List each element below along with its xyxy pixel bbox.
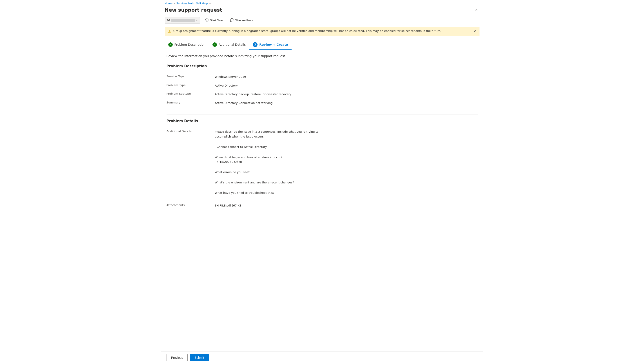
step2-label: Additional Details	[218, 43, 246, 46]
submit-button[interactable]: Submit	[190, 354, 209, 361]
start-over-label: Start Over	[210, 19, 223, 22]
step3-label: Review + Create	[259, 43, 288, 46]
svg-rect-1	[169, 19, 170, 20]
breadcrumb: Home > Services Hub | Self Help >	[161, 0, 483, 6]
section-divider	[166, 114, 478, 114]
org-selector[interactable]: ⌄	[165, 17, 200, 24]
step-review-create[interactable]: 3 Review + Create	[249, 40, 291, 50]
detail-line1: Please describe the issue in 2-3 sentenc…	[215, 130, 478, 134]
breadcrumb-sep-1: >	[173, 2, 175, 5]
additional-details-label: Additional Details	[166, 130, 215, 133]
problem-description-table: Service Type Windows Server 2019 Problem…	[166, 72, 478, 107]
main-content: Review the information you provided befo…	[161, 50, 483, 351]
detail-line8	[215, 166, 478, 170]
detail-line4: - Cannot connect to Active Directory	[215, 145, 478, 149]
detail-line13: What have you tried to troubleshoot this…	[215, 191, 478, 195]
problem-details-table: Additional Details Please describe the i…	[166, 128, 478, 210]
step1-label: Problem Description	[174, 43, 206, 46]
alert-banner: ⚠ Group assignment feature is currently …	[165, 27, 480, 36]
start-over-button[interactable]: Start Over	[204, 17, 225, 23]
detail-line5	[215, 151, 478, 155]
step-additional-details[interactable]: ✓ Additional Details	[209, 41, 249, 50]
detail-line6: When did it begin and how often does it …	[215, 155, 478, 160]
toolbar: ⌄ Start Over Give feedback	[161, 16, 483, 25]
chevron-down-icon: ⌄	[196, 19, 198, 22]
summary-label: Summary	[166, 101, 215, 104]
problem-subtype-value: Active Directory backup, restore, or dis…	[215, 92, 478, 96]
title-bar: New support request ... ×	[161, 6, 483, 16]
svg-point-7	[231, 20, 231, 20]
table-row: Summary Active Directory Connection not …	[166, 99, 478, 108]
breadcrumb-sep-2: >	[209, 2, 211, 5]
detail-line7: - 4/18/2024 , Often	[215, 160, 478, 164]
problem-details-section: Problem Details Additional Details Pleas…	[166, 119, 478, 210]
summary-value: Active Directory Connection not working	[215, 101, 478, 105]
give-feedback-button[interactable]: Give feedback	[228, 17, 255, 23]
alert-icon: ⚠	[168, 30, 171, 34]
problem-description-title: Problem Description	[166, 64, 478, 69]
footer: Previous Submit	[161, 351, 483, 364]
svg-point-9	[232, 20, 232, 20]
svg-rect-0	[167, 19, 168, 20]
breadcrumb-home[interactable]: Home	[165, 2, 172, 5]
service-type-value: Windows Server 2019	[215, 75, 478, 79]
attachments-label: Attachments	[166, 204, 215, 207]
page-title: New support request	[165, 7, 222, 13]
step-problem-description[interactable]: ✓ Problem Description	[165, 41, 209, 50]
problem-type-value: Active Directory	[215, 84, 478, 88]
svg-point-8	[232, 20, 232, 20]
detail-line3	[215, 140, 478, 145]
attachments-value: SH FILE.pdf (67 KB)	[215, 204, 478, 208]
additional-details-value: Please describe the issue in 2-3 sentenc…	[215, 130, 478, 196]
review-intro: Review the information you provided befo…	[166, 54, 478, 58]
step1-check-icon: ✓	[168, 42, 173, 47]
org-text-placeholder	[171, 19, 195, 22]
table-row: Service Type Windows Server 2019	[166, 72, 478, 81]
alert-close-button[interactable]: ✕	[473, 29, 476, 34]
table-row: Additional Details Please describe the i…	[166, 128, 478, 198]
start-over-icon	[205, 18, 209, 22]
close-button[interactable]: ×	[474, 7, 480, 13]
ellipsis-button[interactable]: ...	[224, 7, 230, 13]
detail-line10	[215, 176, 478, 180]
previous-button[interactable]: Previous	[166, 354, 188, 361]
give-feedback-label: Give feedback	[235, 19, 253, 22]
table-row: Problem Type Active Directory	[166, 81, 478, 90]
table-row: Attachments SH FILE.pdf (67 KB)	[166, 201, 478, 210]
org-icon	[167, 18, 170, 22]
service-type-label: Service Type	[166, 75, 215, 78]
step2-check-icon: ✓	[212, 42, 217, 47]
page-wrapper: Home > Services Hub | Self Help > New su…	[161, 0, 483, 364]
table-row: Problem Subtype Active Directory backup,…	[166, 90, 478, 99]
problem-type-label: Problem Type	[166, 84, 215, 87]
problem-details-title: Problem Details	[166, 119, 478, 124]
alert-text: Group assignment feature is currently ru…	[173, 29, 471, 32]
step3-number-icon: 3	[253, 42, 258, 47]
steps-bar: ✓ Problem Description ✓ Additional Detai…	[161, 38, 483, 50]
detail-line9: What errors do you see?	[215, 170, 478, 174]
breadcrumb-services-hub[interactable]: Services Hub | Self Help	[176, 2, 208, 5]
detail-line11: What's the environment and are there rec…	[215, 180, 478, 185]
detail-line2: accomplish when the issue occurs.	[215, 134, 478, 139]
problem-subtype-label: Problem Subtype	[166, 92, 215, 95]
problem-description-section: Problem Description Service Type Windows…	[166, 64, 478, 107]
feedback-icon	[230, 18, 234, 22]
detail-line12	[215, 186, 478, 191]
title-bar-left: New support request ...	[165, 7, 230, 13]
